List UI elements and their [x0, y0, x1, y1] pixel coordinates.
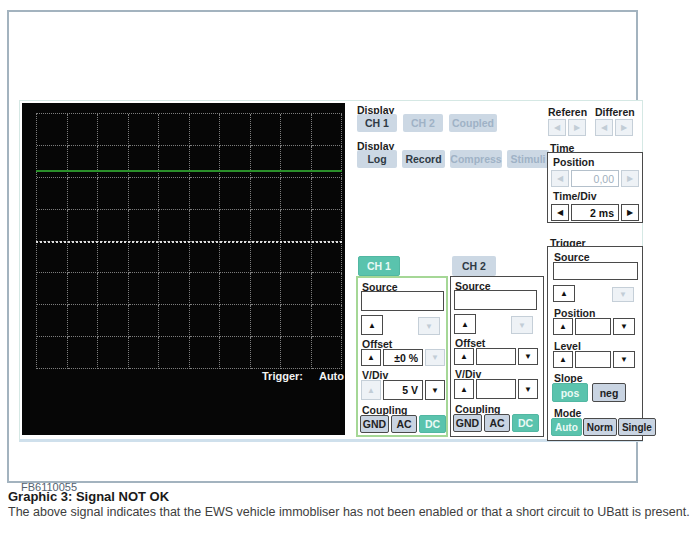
trigger-source-field[interactable]	[553, 262, 638, 280]
ch2-source-down-button[interactable]: ▼	[511, 316, 533, 334]
ch1-vdiv-field[interactable]: 5 V	[383, 380, 423, 400]
arrow-left-icon: ◀	[554, 123, 560, 132]
arrow-left-icon: ◀	[557, 208, 563, 217]
ch1-coupling-dc-button[interactable]: DC	[419, 415, 446, 433]
trigger-level-field[interactable]	[575, 351, 611, 368]
timediv-decrease-button[interactable]: ◀	[551, 204, 569, 221]
time-position-increase-button[interactable]: ▶	[621, 170, 639, 187]
ch2-coupling-gnd-button[interactable]: GND	[453, 414, 482, 432]
ch1-panel: Source ▲ ▼ Offset ▲ ±0 % ▼ V/Div ▲ 5 V ▼…	[356, 276, 448, 437]
differen-prev-button[interactable]: ◀	[595, 119, 613, 136]
ch2-coupling-dc-button[interactable]: DC	[512, 414, 539, 432]
slope-neg-button[interactable]: neg	[592, 383, 626, 402]
ch2-offset-down-button[interactable]: ▼	[518, 348, 538, 365]
arrow-down-icon: ▼	[518, 321, 526, 330]
ch1-offset-down-button[interactable]: ▼	[425, 349, 445, 366]
ch2-vdiv-field[interactable]	[476, 379, 516, 399]
arrow-left-icon: ◀	[557, 174, 563, 183]
ch1-source-down-button[interactable]: ▼	[418, 317, 440, 335]
arrow-left-icon: ◀	[601, 123, 607, 132]
compress-button[interactable]: Compress	[450, 150, 502, 168]
trigger-status-label: Trigger:	[262, 370, 303, 382]
ch2-panel: Source ▲ ▼ Offset ▲ ▼ V/Div ▲ ▼ Coupling	[450, 276, 544, 437]
time-position-decrease-button[interactable]: ◀	[551, 170, 569, 187]
referen-next-button[interactable]: ▶	[568, 119, 586, 136]
mode-norm-button[interactable]: Norm	[583, 418, 617, 436]
scope-center-line	[36, 241, 342, 243]
arrow-up-icon: ▲	[461, 320, 469, 329]
ch2-vdiv-down-button[interactable]: ▼	[518, 379, 538, 399]
caption-title: Graphic 3: Signal NOT OK	[8, 489, 169, 504]
stimuli-button[interactable]: Stimuli	[507, 150, 549, 168]
ch2-offset-up-button[interactable]: ▲	[454, 348, 474, 365]
ch2-source-field[interactable]	[454, 290, 537, 310]
arrow-right-icon: ▶	[574, 123, 580, 132]
time-position-label: Position	[553, 156, 642, 168]
ch1-source-up-button[interactable]: ▲	[361, 315, 383, 335]
time-group: Position ◀ 0,00 ▶ Time/Div ◀ 2 ms ▶	[547, 152, 643, 223]
arrow-up-icon: ▲	[460, 385, 468, 394]
arrow-up-icon: ▲	[559, 322, 567, 331]
arrow-up-icon: ▲	[367, 386, 375, 395]
ch2-source-up-button[interactable]: ▲	[454, 314, 476, 334]
arrow-down-icon: ▼	[524, 352, 532, 361]
trigger-level-up-button[interactable]: ▲	[553, 351, 573, 368]
scope-screen: Trigger: Auto	[22, 103, 345, 435]
mode-single-button[interactable]: Single	[618, 418, 656, 436]
oscilloscope-app: Trigger: Auto Display CH 1 CH 2 Coupled …	[19, 100, 643, 442]
record-button[interactable]: Record	[402, 150, 445, 168]
ch1-offset-up-button[interactable]: ▲	[361, 349, 381, 366]
caption-body: The above signal indicates that the EWS …	[8, 505, 697, 520]
mode-auto-button[interactable]: Auto	[551, 418, 582, 436]
arrow-down-icon: ▼	[431, 386, 439, 395]
ch1-coupling-ac-button[interactable]: AC	[391, 415, 417, 433]
ch1-source-field[interactable]	[361, 291, 444, 311]
trigger-position-down-button[interactable]: ▼	[613, 318, 635, 335]
page: Trigger: Auto Display CH 1 CH 2 Coupled …	[0, 0, 699, 554]
display-ch1-button[interactable]: CH 1	[357, 114, 397, 132]
trigger-level-down-button[interactable]: ▼	[613, 351, 635, 368]
time-position-field[interactable]: 0,00	[571, 170, 619, 187]
tab-ch2[interactable]: CH 2	[452, 256, 496, 276]
trigger-source-up-button[interactable]: ▲	[553, 285, 575, 302]
arrow-down-icon: ▼	[425, 322, 433, 331]
ch2-offset-field[interactable]	[476, 348, 516, 365]
timediv-increase-button[interactable]: ▶	[621, 204, 639, 221]
arrow-down-icon: ▼	[524, 385, 532, 394]
referen-prev-button[interactable]: ◀	[548, 119, 566, 136]
arrow-up-icon: ▲	[367, 353, 375, 362]
trigger-position-up-button[interactable]: ▲	[553, 318, 573, 335]
trigger-group: Source ▲ ▼ Position ▲ ▼ Level ▲ ▼ Slope	[547, 246, 643, 441]
arrow-down-icon: ▼	[620, 322, 628, 331]
tab-ch1[interactable]: CH 1	[358, 256, 400, 276]
ch1-vdiv-down-button[interactable]: ▼	[425, 380, 445, 400]
trigger-position-field[interactable]	[575, 318, 611, 335]
signal-trace-flatline	[36, 170, 342, 172]
arrow-up-icon: ▲	[560, 289, 568, 298]
figure-frame: Trigger: Auto Display CH 1 CH 2 Coupled …	[7, 10, 638, 483]
trigger-status-value: Auto	[319, 370, 344, 382]
referen-label: Referen	[548, 106, 587, 118]
slope-pos-button[interactable]: pos	[552, 383, 588, 402]
timediv-field[interactable]: 2 ms	[571, 204, 619, 221]
arrow-right-icon: ▶	[627, 208, 633, 217]
arrow-right-icon: ▶	[621, 123, 627, 132]
arrow-up-icon: ▲	[460, 352, 468, 361]
arrow-down-icon: ▼	[620, 355, 628, 364]
arrow-down-icon: ▼	[619, 290, 627, 299]
ch1-coupling-gnd-button[interactable]: GND	[360, 415, 389, 433]
display-coupled-button[interactable]: Coupled	[449, 114, 497, 132]
arrow-down-icon: ▼	[431, 353, 439, 362]
display-ch2-button[interactable]: CH 2	[403, 114, 443, 132]
arrow-up-icon: ▲	[559, 355, 567, 364]
ch2-coupling-ac-button[interactable]: AC	[484, 414, 510, 432]
ch1-vdiv-up-button[interactable]: ▲	[361, 380, 381, 400]
log-button[interactable]: Log	[357, 150, 397, 168]
timediv-label: Time/Div	[553, 190, 642, 202]
differen-next-button[interactable]: ▶	[615, 119, 633, 136]
ch2-vdiv-up-button[interactable]: ▲	[454, 379, 474, 399]
trigger-source-down-button[interactable]: ▼	[612, 287, 634, 302]
arrow-up-icon: ▲	[368, 321, 376, 330]
ch1-offset-field[interactable]: ±0 %	[383, 349, 423, 366]
differen-label: Differen	[595, 106, 635, 118]
